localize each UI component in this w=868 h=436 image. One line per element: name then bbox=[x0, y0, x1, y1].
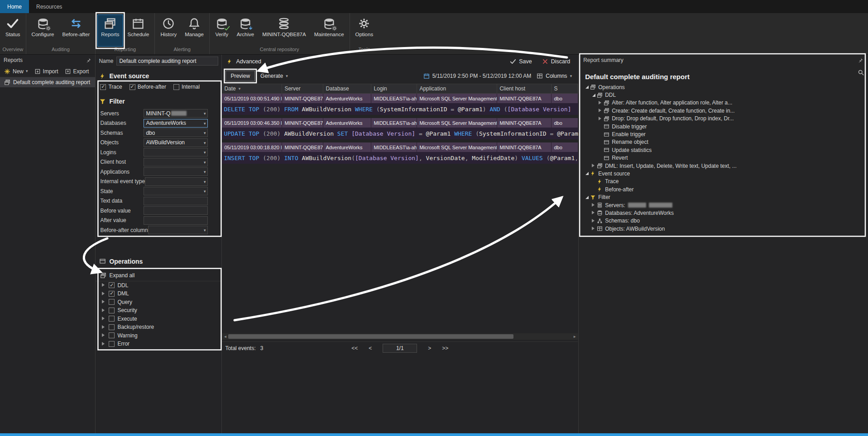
tree-expander-icon[interactable] bbox=[584, 85, 589, 90]
summary-tree-item[interactable]: Update statistics bbox=[579, 146, 868, 154]
tree-expander-icon[interactable] bbox=[101, 325, 106, 330]
expand-all-button[interactable]: Expand all bbox=[109, 272, 134, 279]
column-header-database[interactable]: Database bbox=[323, 84, 371, 93]
scroll-left-arrow[interactable]: ◄ bbox=[222, 333, 228, 340]
tab-resources[interactable]: Resources bbox=[29, 0, 69, 13]
new-report-button[interactable]: New ▾ bbox=[4, 68, 28, 75]
summary-tree-item[interactable]: Before-after bbox=[579, 185, 868, 193]
ribbon-button-minint-qqbe87a[interactable]: MININT-QQBE87A bbox=[259, 14, 310, 47]
checkbox[interactable] bbox=[109, 341, 115, 347]
internal-event-type-input[interactable]: ▾ bbox=[145, 177, 208, 186]
summary-tree-item[interactable]: DML: Insert, Update, Delete, Write text,… bbox=[579, 162, 868, 170]
generate-button[interactable]: Generate ▾ bbox=[260, 73, 288, 79]
operation-item[interactable]: DML bbox=[96, 289, 221, 298]
column-header-application[interactable]: Application bbox=[417, 84, 497, 93]
checkbox[interactable] bbox=[109, 324, 115, 330]
tree-expander-icon[interactable] bbox=[584, 195, 589, 200]
operation-item[interactable]: Security bbox=[96, 306, 221, 315]
scrollbar-track[interactable] bbox=[228, 333, 571, 340]
operation-item[interactable]: DDL bbox=[96, 281, 221, 290]
objects-input[interactable]: AWBuildVersion▾ bbox=[144, 138, 208, 147]
tab-home[interactable]: Home bbox=[0, 0, 29, 13]
trace-checkbox[interactable]: Trace bbox=[100, 84, 122, 90]
tree-expander-icon[interactable] bbox=[591, 163, 596, 168]
summary-tree-item[interactable]: Disable trigger bbox=[579, 123, 868, 130]
event-row[interactable]: 05/11/2019 03:00:51.490 PMMININT-QQBE87A… bbox=[222, 94, 578, 115]
tree-expander-icon[interactable] bbox=[101, 341, 106, 346]
summary-tree-item[interactable]: Alter: Alter function, Alter application… bbox=[579, 99, 868, 107]
checkbox[interactable] bbox=[109, 332, 115, 338]
ribbon-button-options[interactable]: Options bbox=[352, 14, 377, 47]
ribbon-button-configure[interactable]: Configure bbox=[28, 14, 58, 47]
tree-expander-icon[interactable] bbox=[591, 203, 596, 208]
tree-expander-icon[interactable] bbox=[591, 93, 596, 98]
checkbox[interactable] bbox=[100, 84, 106, 90]
preview-button[interactable]: Preview bbox=[225, 71, 255, 81]
search-icon[interactable] bbox=[858, 69, 864, 76]
tree-expander-icon[interactable] bbox=[598, 108, 603, 113]
summary-tree-item[interactable]: Enable trigger bbox=[579, 130, 868, 138]
summary-tree-item[interactable]: Trace bbox=[579, 178, 868, 185]
client-host-input[interactable]: ▾ bbox=[144, 158, 208, 166]
checkbox[interactable] bbox=[109, 282, 115, 288]
date-range-button[interactable]: 5/11/2019 2:50 PM - 5/12/2019 12:00 AM bbox=[423, 73, 532, 79]
ribbon-button-maintenance[interactable]: Maintenance bbox=[311, 14, 348, 47]
servers-input[interactable]: MININT-Q▾ bbox=[144, 109, 208, 118]
column-header-client-host[interactable]: Client host bbox=[497, 84, 551, 93]
ribbon-button-status[interactable]: Status bbox=[2, 14, 24, 47]
summary-tree-item[interactable]: DDL bbox=[579, 91, 868, 99]
tree-expander-icon[interactable] bbox=[101, 299, 106, 304]
report-list-item[interactable]: Default complete auditing report bbox=[0, 77, 95, 87]
columns-button[interactable]: Columns ▾ bbox=[537, 73, 572, 79]
summary-tree-item[interactable]: Schemas: dbo bbox=[579, 217, 868, 225]
summary-tree-item[interactable]: Drop: Drop default, Drop function, Drop … bbox=[579, 115, 868, 123]
scrollbar-thumb[interactable] bbox=[228, 334, 513, 339]
last-page-button[interactable]: >> bbox=[442, 345, 448, 351]
applications-input[interactable]: ▾ bbox=[144, 167, 208, 176]
discard-button[interactable]: Discard bbox=[542, 58, 570, 65]
ribbon-button-schedule[interactable]: Schedule bbox=[124, 14, 153, 47]
tree-expander-icon[interactable] bbox=[584, 171, 589, 176]
ribbon-button-archive[interactable]: Archive bbox=[233, 14, 258, 47]
report-name-input[interactable] bbox=[116, 57, 218, 66]
summary-tree-item[interactable]: Rename object bbox=[579, 138, 868, 146]
event-row[interactable]: 05/11/2019 03:00:18.820 PMMININT-QQBE87A… bbox=[222, 142, 578, 164]
ribbon-button-manage[interactable]: Manage bbox=[181, 14, 207, 47]
tree-expander-icon[interactable] bbox=[598, 116, 603, 121]
before-value-input[interactable] bbox=[144, 206, 208, 215]
save-button[interactable]: Save bbox=[510, 58, 532, 65]
checkbox[interactable] bbox=[173, 84, 179, 90]
checkbox[interactable] bbox=[109, 299, 115, 305]
horizontal-scrollbar[interactable]: ◄ ► bbox=[222, 333, 578, 340]
summary-tree-item[interactable]: Filter bbox=[579, 193, 868, 201]
summary-tree-item[interactable]: Databases: AdventureWorks bbox=[579, 209, 868, 217]
summary-tree-item[interactable]: Servers: bbox=[579, 201, 868, 209]
operation-item[interactable]: Execute bbox=[96, 315, 221, 323]
before-after-column-input[interactable]: ▾ bbox=[148, 226, 208, 234]
schemas-input[interactable]: dbo▾ bbox=[144, 128, 208, 137]
summary-tree-item[interactable]: Objects: AWBuildVersion bbox=[579, 225, 868, 232]
summary-tree-item[interactable]: Event source bbox=[579, 170, 868, 177]
operation-item[interactable]: Error bbox=[96, 340, 221, 348]
summary-tree-item[interactable]: Revert bbox=[579, 154, 868, 162]
ribbon-button-before-after[interactable]: Before-after bbox=[58, 14, 93, 47]
after-value-input[interactable] bbox=[144, 216, 208, 225]
logins-input[interactable]: ▾ bbox=[144, 148, 208, 156]
event-row[interactable]: 05/11/2019 03:00:46.350 PMMININT-QQBE87A… bbox=[222, 118, 578, 139]
tree-expander-icon[interactable] bbox=[101, 308, 106, 313]
column-header-login[interactable]: Login bbox=[371, 84, 417, 93]
checkbox[interactable] bbox=[129, 84, 135, 90]
next-page-button[interactable]: > bbox=[428, 345, 431, 351]
checkbox[interactable] bbox=[109, 291, 115, 297]
advanced-button[interactable]: Advanced bbox=[226, 58, 261, 65]
ribbon-button-history[interactable]: History bbox=[157, 14, 180, 47]
import-button[interactable]: Import bbox=[34, 68, 58, 75]
state-input[interactable]: ▾ bbox=[144, 187, 208, 195]
internal-checkbox[interactable]: Internal bbox=[173, 84, 200, 90]
pin-icon[interactable] bbox=[858, 57, 863, 63]
ribbon-button-verify[interactable]: Verify bbox=[211, 14, 232, 47]
tree-expander-icon[interactable] bbox=[101, 291, 106, 296]
operation-item[interactable]: Warning bbox=[96, 332, 221, 340]
text-data-input[interactable] bbox=[144, 197, 208, 205]
prev-page-button[interactable]: < bbox=[369, 345, 372, 351]
